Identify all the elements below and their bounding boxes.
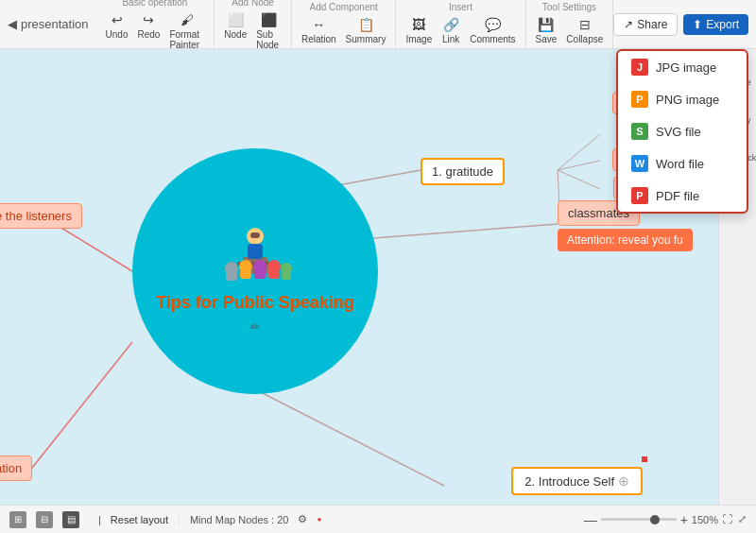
status-separator2: | [178,514,180,525]
introduce-self-label: 2. Introduce Self [524,474,614,489]
svg-icon: S [631,123,648,140]
add-node-buttons: ⬜ Node ⬛ Sub Node [220,9,285,52]
central-title: Tips for Public Speaking [137,293,373,313]
fullscreen-icons: ⛶ ⤢ [722,513,747,525]
fullscreen-button[interactable]: ⛶ [722,513,732,525]
settings-icon[interactable]: ⚙ [298,513,307,525]
attention-label: Attention: reveal you fu [567,233,683,247]
zoom-level: 150% [692,514,718,525]
relation-icon: ↔ [309,16,328,33]
add-node-label: Add Node [232,0,273,8]
export-svg-item[interactable]: S SVG file [618,115,747,147]
gratitude-node[interactable]: 1. gratitude [421,158,505,185]
summary-button[interactable]: 📋 Summary [342,14,390,46]
export-png-item[interactable]: P PNG image [618,83,747,115]
add-component-label: Add Component [310,2,378,12]
back-button[interactable]: ◀ presentation [0,17,96,31]
basic-op-label: Basic operation [122,0,187,8]
comments-icon: 💬 [483,16,502,33]
jpg-label: JPG image [656,60,716,75]
introduce-add-icon: ⊕ [618,473,629,489]
zoom-plus-button[interactable]: + [680,512,688,527]
undo-button[interactable]: ↩ Undo [102,9,132,52]
svg-line-3 [255,389,444,486]
export-label: Export [706,18,739,31]
share-button[interactable]: ↗ Share [613,13,678,36]
collapse-button[interactable]: ⊟ Collapse [562,14,607,46]
gratitude-label: 1. gratitude [432,164,493,179]
nodes-info: Mind Map Nodes : 20 [190,514,289,525]
summary-label: Summary [346,34,387,44]
basic-op-buttons: ↩ Undo ↪ Redo 🖌 Format Painter [102,9,209,52]
central-circle[interactable]: Tips for Public Speaking ✏ [132,148,378,394]
undo-icon: ↩ [108,11,127,28]
svg-line-7 [558,170,600,189]
svg-line-4 [28,342,132,473]
listeners-label: e the listeners [0,209,72,223]
relation-label: Relation [301,34,336,44]
redo-button[interactable]: ↪ Redo [133,9,163,52]
sub-node-button[interactable]: ⬛ Sub Node [252,9,285,52]
export-button[interactable]: ⬆ Export [683,14,748,35]
add-node-section: Add Node ⬜ Node ⬛ Sub Node [215,0,292,48]
tool-settings-label: Tool Settings [542,2,596,12]
edit-icon: ✏ [250,320,260,334]
introduce-self-node[interactable]: 2. Introduce Self ⊕ [511,467,643,495]
share-label: Share [637,18,667,31]
pdf-icon: P [631,187,648,204]
svg-line-2 [373,224,558,238]
svg-label: SVG file [656,125,701,139]
listeners-node[interactable]: e the listeners [0,203,82,229]
svg-rect-23 [250,232,260,238]
word-label: Word file [656,157,704,171]
status-separator: | [98,514,101,525]
node-label: Node [224,29,247,40]
node-button[interactable]: ⬜ Node [220,9,250,52]
word-icon: W [631,155,648,172]
status-icon-3[interactable]: ▤ [62,511,79,528]
svg-rect-14 [240,269,251,279]
comments-label: Comments [470,34,515,44]
svg-rect-22 [248,244,263,259]
image-button[interactable]: 🖼 Image [402,14,436,46]
fullscreen-button2[interactable]: ⤢ [738,513,747,525]
share-icon: ↗ [624,18,633,31]
export-jpg-item[interactable]: J JPG image [618,51,747,83]
status-icon-2[interactable]: ⊟ [36,511,53,528]
jpg-icon: J [631,59,648,76]
zoom-slider[interactable] [601,518,677,521]
png-label: PNG image [656,93,719,107]
svg-rect-20 [282,271,291,280]
relation-button[interactable]: ↔ Relation [298,14,340,46]
toolbar: ◀ presentation Basic operation ↩ Undo ↪ … [0,0,756,49]
link-button[interactable]: 🔗 Link [438,14,464,46]
export-word-item[interactable]: W Word file [618,147,747,180]
png-icon: P [631,91,648,108]
red-status-dot[interactable]: ● [317,515,321,524]
svg-rect-12 [226,271,237,281]
tool-settings-buttons: 💾 Save ⊟ Collapse [532,14,608,46]
collapse-icon: ⊟ [576,16,594,33]
format-painter-button[interactable]: 🖌 Format Painter [165,9,208,52]
basic-operation-section: Basic operation ↩ Undo ↪ Redo 🖌 Format P… [96,0,215,48]
svg-line-5 [558,134,600,170]
speaker-illustration [213,210,298,285]
summary-icon: 📋 [356,16,375,33]
export-pdf-item[interactable]: P PDF file [618,180,747,212]
link-icon: 🔗 [441,16,460,33]
attention-node[interactable]: Attention: reveal you fu [558,229,693,251]
svg-rect-16 [254,269,266,279]
save-icon: 💾 [537,16,556,33]
ation-node[interactable]: ation [0,456,32,481]
undo-label: Undo [106,29,129,40]
status-icon-1[interactable]: ⊞ [9,511,26,528]
tool-settings-section: Tool Settings 💾 Save ⊟ Collapse [526,0,614,48]
reset-layout-btn[interactable]: Reset layout [111,514,168,525]
comments-button[interactable]: 💬 Comments [466,14,519,46]
zoom-control: — + 150% ⛶ ⤢ [584,512,747,527]
format-painter-icon: 🖌 [178,11,197,28]
zoom-minus-button[interactable]: — [584,512,597,527]
status-bar: ⊞ ⊟ ▤ | Reset layout | Mind Map Nodes : … [0,505,756,533]
save-button[interactable]: 💾 Save [532,14,561,46]
export-icon: ⬆ [693,18,702,31]
